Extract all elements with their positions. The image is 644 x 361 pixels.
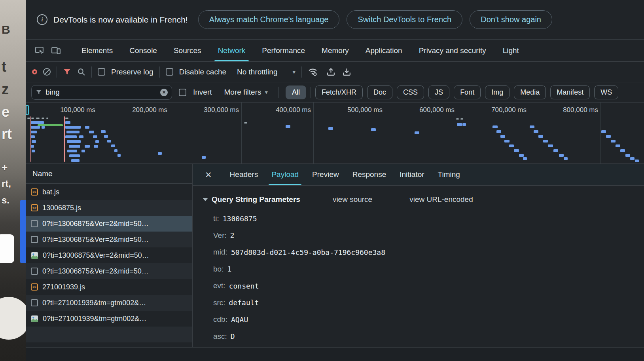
- waterfall-bar: [67, 150, 77, 152]
- document-file-icon: [31, 236, 38, 243]
- chip-css[interactable]: CSS: [397, 86, 424, 99]
- waterfall-bar: [460, 118, 463, 120]
- chip-ws[interactable]: WS: [594, 86, 618, 99]
- param-value: 507d803d-d021-4c59-a0ba-7196c960e3a8: [231, 248, 385, 256]
- device-toolbar-icon[interactable]: [49, 44, 63, 58]
- details-tab-timing[interactable]: Timing: [431, 164, 467, 185]
- chip-img[interactable]: Img: [485, 86, 510, 99]
- import-har-icon[interactable]: [342, 67, 352, 77]
- details-tab-initiator[interactable]: Initiator: [393, 164, 431, 185]
- details-tab-payload[interactable]: Payload: [265, 164, 305, 185]
- don-t-show-again-button[interactable]: Don't show again: [470, 10, 552, 29]
- param-value: 13006875: [223, 215, 257, 223]
- request-row[interactable]: 0?ti=13006875&Ver=2&mid=50…: [26, 232, 192, 247]
- chevron-down-icon: ▾: [292, 68, 295, 76]
- request-name: 0?ti=13006875&Ver=2&mid=50…: [42, 220, 149, 228]
- waterfall-bar: [71, 159, 80, 162]
- throttling-value: No throttling: [237, 68, 277, 76]
- search-icon[interactable]: [77, 68, 85, 76]
- tab-network[interactable]: Network: [210, 40, 254, 61]
- waterfall-bar: [36, 118, 40, 119]
- record-network-log-button[interactable]: [32, 69, 37, 74]
- preserve-log-checkbox[interactable]: [98, 68, 105, 76]
- disclosure-triangle-icon[interactable]: [203, 198, 208, 201]
- details-tab-headers[interactable]: Headers: [223, 164, 265, 185]
- network-overview[interactable]: 100,000 ms200,000 ms300,000 ms400,000 ms…: [26, 103, 644, 164]
- chip-media[interactable]: Media: [514, 86, 546, 99]
- chip-fetch-xhr[interactable]: Fetch/XHR: [315, 86, 363, 99]
- inspect-element-icon[interactable]: [32, 44, 46, 58]
- request-row[interactable]: 0?ti=13006875&Ver=2&mid=50…: [26, 263, 192, 279]
- always-match-chrome-s-language-button[interactable]: Always match Chrome's language: [198, 10, 340, 29]
- waterfall-bar: [81, 150, 85, 152]
- waterfall-bar: [31, 145, 34, 148]
- request-row[interactable]: <>13006875.js: [26, 200, 192, 216]
- name-column-header[interactable]: Name: [26, 164, 192, 184]
- waterfall-bar: [611, 140, 616, 142]
- grid-line: [457, 103, 457, 163]
- chip-font[interactable]: Font: [454, 86, 481, 99]
- invert-checkbox[interactable]: [179, 89, 186, 96]
- script-file-icon: <>: [31, 283, 38, 291]
- waterfall-bar: [492, 125, 498, 128]
- throttling-select[interactable]: No throttling ▾: [237, 68, 295, 76]
- tab-memory[interactable]: Memory: [313, 40, 357, 61]
- waterfall-bar: [601, 130, 606, 133]
- param-value: default: [229, 298, 259, 307]
- grid-line: [529, 103, 529, 163]
- tab-privacy-and-security[interactable]: Privacy and security: [411, 40, 494, 61]
- filter-input-icon: [36, 89, 42, 95]
- tab-sources[interactable]: Sources: [165, 40, 210, 61]
- close-details-icon[interactable]: ✕: [205, 171, 212, 179]
- request-name: 0?ti=13006875&Ver=2&mid=50…: [42, 236, 149, 244]
- waterfall-bar: [101, 130, 106, 133]
- tab-light[interactable]: Light: [494, 40, 527, 61]
- chip-js[interactable]: JS: [428, 86, 449, 99]
- request-row[interactable]: 0?ti=13006875&Ver=2&mid=50…: [26, 216, 192, 232]
- more-filters-button[interactable]: More filters ▾: [224, 88, 268, 97]
- request-row[interactable]: 0?ti=271001939&tm=gtm002&…: [26, 295, 192, 311]
- tab-application[interactable]: Application: [357, 40, 411, 61]
- time-label: 500,000 ms: [334, 106, 383, 114]
- notification-bar: i DevTools is now available in French! A…: [26, 0, 644, 40]
- waterfall-bar: [328, 127, 333, 130]
- view-source-link[interactable]: view source: [333, 195, 372, 204]
- document-file-icon: [31, 299, 38, 306]
- waterfall-bar: [371, 128, 376, 131]
- param-value: D: [231, 332, 235, 340]
- clear-network-log-button[interactable]: [43, 68, 51, 76]
- clear-filter-icon[interactable]: ✕: [160, 89, 168, 96]
- export-har-icon[interactable]: [326, 67, 336, 77]
- waterfall-bar: [38, 124, 63, 126]
- param-row: asc:D: [203, 328, 644, 345]
- chip-all[interactable]: All: [286, 86, 306, 99]
- request-row[interactable]: <>271001939.js: [26, 279, 192, 295]
- request-row[interactable]: 0?ti=271001939&tm=gtm002&…: [26, 311, 192, 327]
- request-row[interactable]: 0?ti=13006875&Ver=2&mid=50…: [26, 247, 192, 263]
- chip-doc[interactable]: Doc: [367, 86, 392, 99]
- view-url-encoded-link[interactable]: view URL-encoded: [409, 195, 473, 204]
- switch-devtools-to-french-button[interactable]: Switch DevTools to French: [347, 10, 462, 29]
- disable-cache-label: Disable cache: [179, 68, 226, 76]
- waterfall-bar: [69, 154, 80, 157]
- waterfall-bar: [158, 152, 162, 155]
- overview-grip[interactable]: [26, 105, 29, 115]
- details-tab-preview[interactable]: Preview: [305, 164, 346, 185]
- param-row: bo:1: [203, 261, 644, 278]
- info-icon: i: [37, 14, 47, 25]
- tab-console[interactable]: Console: [121, 40, 165, 61]
- document-file-icon: [31, 220, 38, 227]
- waterfall-bar: [94, 145, 98, 148]
- waterfall-bar: [66, 131, 80, 133]
- chip-manifest[interactable]: Manifest: [550, 86, 590, 99]
- details-tab-response[interactable]: Response: [346, 164, 393, 185]
- tab-performance[interactable]: Performance: [254, 40, 313, 61]
- param-key: evt:: [213, 281, 225, 290]
- disable-cache-checkbox[interactable]: [166, 68, 173, 76]
- network-conditions-icon[interactable]: [308, 67, 318, 77]
- filter-icon[interactable]: [63, 68, 71, 76]
- network-filter-input[interactable]: [45, 88, 157, 97]
- tab-elements[interactable]: Elements: [73, 40, 121, 61]
- param-key: Ver:: [213, 231, 227, 240]
- request-row[interactable]: <>bat.js: [26, 184, 192, 200]
